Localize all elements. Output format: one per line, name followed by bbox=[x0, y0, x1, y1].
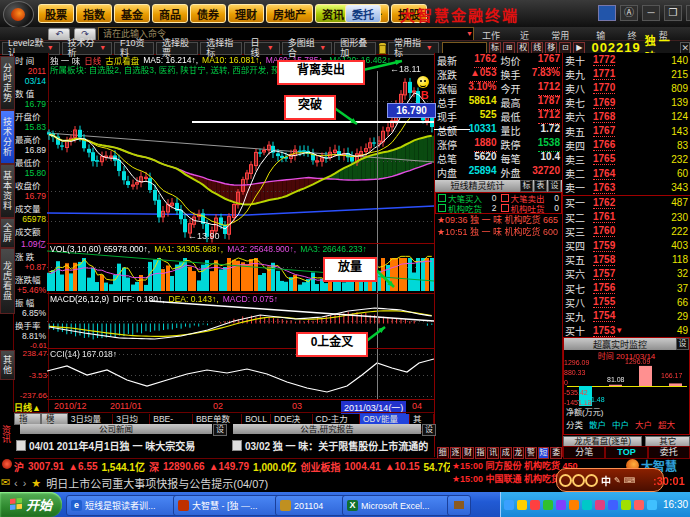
prev-message-icon[interactable]: ‹ bbox=[14, 477, 18, 489]
mail-icon[interactable]: ✉ bbox=[1, 476, 10, 489]
quote-label: 涨幅 bbox=[437, 81, 457, 96]
tab-短[interactable]: 短 bbox=[538, 447, 550, 459]
message-bar[interactable]: ‹›★明日上市公司重大事项快报与公告提示(04/07) bbox=[14, 475, 534, 491]
chevron-down-icon: ▼ bbox=[47, 43, 54, 53]
news-settings-button[interactable]: 设 bbox=[422, 424, 436, 436]
tab-委[interactable]: 委 bbox=[550, 447, 562, 459]
level-volume: 37 bbox=[615, 283, 688, 294]
broker-button[interactable]: 委托 bbox=[345, 4, 381, 23]
quote-value: 1787 bbox=[538, 95, 560, 110]
pen-icon[interactable]: ✎ bbox=[614, 476, 621, 485]
tray-icon[interactable] bbox=[543, 500, 553, 510]
left-tab-龙虎看盘[interactable]: 龙虎看盘 bbox=[0, 248, 15, 314]
level-price: 1760 bbox=[593, 225, 615, 237]
keyboard-icon[interactable]: ⌨ bbox=[624, 476, 636, 485]
tray-icon[interactable] bbox=[556, 500, 566, 510]
quote-row: 涨停1880跌停1538 bbox=[435, 138, 562, 152]
chevron-down-icon[interactable]: ▼ bbox=[466, 28, 473, 40]
task-button-短线是银读者训...[interactable]: e短线是银读者训... bbox=[66, 495, 180, 516]
checkbox-icon[interactable] bbox=[501, 194, 509, 202]
monitor-settings-button[interactable]: 设 bbox=[676, 338, 689, 350]
left-tab-技术分析[interactable]: 技术分析 bbox=[0, 110, 15, 164]
indicator-tab-其他[interactable]: 其他 bbox=[410, 414, 434, 424]
menu-债券[interactable]: 债券 bbox=[190, 4, 226, 23]
tray-icon[interactable] bbox=[647, 500, 657, 510]
left-tab-全屏[interactable]: 全屏 bbox=[0, 218, 15, 248]
tab-逐[interactable]: 逐 bbox=[450, 447, 462, 459]
app-logo-icon[interactable] bbox=[3, 1, 34, 28]
news-settings-button[interactable]: 设 bbox=[213, 424, 227, 436]
task-button-201104[interactable]: 201104 bbox=[275, 495, 349, 516]
tray-icon[interactable] bbox=[595, 500, 605, 510]
tab-讯[interactable]: 讯 bbox=[487, 447, 499, 459]
news-item[interactable]: 04/01 2011年4月1日独 一 味大宗交易 bbox=[16, 438, 226, 453]
tray-icon[interactable] bbox=[530, 500, 540, 510]
indicator-tab-CD-主力资[interactable]: CD-主力资 bbox=[313, 414, 360, 424]
menu-房地产[interactable]: 房地产 bbox=[266, 4, 313, 23]
tab-警[interactable]: 警 bbox=[525, 447, 537, 459]
task-button-misc[interactable] bbox=[447, 495, 471, 516]
chart-sector-line: 所属板块: 自选股2, 自选股3, 医药, 陕甘宁, 送转, 西部开发, 预盈 bbox=[50, 63, 288, 75]
autoupdate-icon[interactable]: Ⓐ bbox=[620, 5, 638, 21]
restore-button[interactable]: ❐ bbox=[664, 5, 682, 21]
indicator-tab-DDE决策[interactable]: DDE决策 bbox=[271, 414, 313, 424]
tab-成[interactable]: 成 bbox=[500, 447, 512, 459]
indicator-tab-3日均量线[interactable]: 3日均量线 bbox=[68, 414, 113, 424]
shortline-button-标[interactable]: 标 bbox=[520, 180, 533, 192]
tray-icon[interactable] bbox=[634, 500, 644, 510]
quote-value: 32720 bbox=[532, 165, 560, 180]
tab-龙[interactable]: 龙 bbox=[513, 447, 525, 459]
tab-指[interactable]: 指 bbox=[475, 447, 487, 459]
left-tab-分时走势[interactable]: 分时走势 bbox=[0, 56, 15, 110]
tab-财[interactable]: 财 bbox=[462, 447, 474, 459]
indicator-tab-BBE-KDJ[interactable]: BBE-KDJ bbox=[150, 414, 193, 424]
task-button-Microsoft Excel...[interactable]: XMicrosoft Excel... bbox=[342, 495, 452, 516]
close-chart-icon[interactable]: ✕ bbox=[680, 42, 690, 54]
menu-理财[interactable]: 理财 bbox=[228, 4, 264, 23]
checkbox-icon[interactable] bbox=[501, 204, 509, 212]
menu-股票[interactable]: 股票 bbox=[38, 4, 74, 23]
news-bar-announcements[interactable]: 公告,研究报告 bbox=[233, 424, 421, 434]
cci-scale-low: -237.66 bbox=[20, 391, 47, 400]
menu-指数[interactable]: 指数 bbox=[76, 4, 112, 23]
tray-icon[interactable] bbox=[621, 500, 631, 510]
checkbox-icon[interactable] bbox=[438, 204, 446, 212]
tray-icon[interactable] bbox=[517, 500, 527, 510]
tray-icon[interactable] bbox=[608, 500, 618, 510]
monitor-icon[interactable] bbox=[598, 5, 616, 21]
news-bar-company[interactable]: 公司新闻 bbox=[20, 424, 212, 434]
shortline-button-设[interactable]: 设 bbox=[548, 180, 561, 192]
left-tab-其他[interactable]: 其他 bbox=[0, 350, 15, 380]
minimize-button[interactable]: ─ bbox=[642, 5, 660, 21]
indicator-tab-3日均线[interactable]: 3日均线 bbox=[113, 414, 150, 424]
ime-toolbar[interactable]: 中✎⌨ bbox=[556, 468, 664, 492]
left-tab-基本资料[interactable]: 基本资料 bbox=[0, 164, 15, 218]
header-segment: MA1: 34305.668↑, bbox=[154, 244, 223, 254]
indicator-tab-BBE单数比[interactable]: BBE单数比 bbox=[193, 414, 242, 424]
indicator-button-指标[interactable]: 指标 bbox=[14, 413, 41, 425]
news-item[interactable]: 03/02 独 一 味：关于限售股份上市流通的 bbox=[232, 438, 437, 453]
menu-基金[interactable]: 基金 bbox=[114, 4, 150, 23]
ime-mode-label[interactable]: 中 bbox=[601, 473, 611, 488]
quote-value: 1712 bbox=[538, 109, 560, 124]
chevron-down-icon: ▼ bbox=[319, 43, 326, 53]
shortline-button-表[interactable]: 表 bbox=[534, 180, 547, 192]
tray-icon[interactable] bbox=[504, 500, 514, 510]
index-ticker-bar[interactable]: 沪3007.91▲6.551,544.1亿深12890.66▲149.791,0… bbox=[14, 458, 450, 473]
indicator-tab-BOLL[interactable]: BOLL bbox=[242, 414, 271, 424]
checkbox-icon[interactable] bbox=[438, 194, 446, 202]
menu-商品[interactable]: 商品 bbox=[152, 4, 188, 23]
tab-分笔[interactable]: 分笔 bbox=[563, 446, 605, 459]
close-button[interactable]: ✕ bbox=[686, 5, 690, 21]
next-message-icon[interactable]: › bbox=[23, 477, 27, 489]
task-button-大智慧 - [独 —...[interactable]: 大智慧 - [独 —... bbox=[173, 495, 282, 516]
indicator-tab-OBV能量潮[interactable]: OBV能量潮 bbox=[360, 414, 410, 424]
quote-label: 外盘 bbox=[501, 165, 521, 180]
quote-row: 总额10331量比1.72 bbox=[435, 123, 562, 137]
tray-icon[interactable] bbox=[569, 500, 579, 510]
news-side-tab[interactable]: 资讯 bbox=[0, 412, 13, 456]
start-button[interactable]: 开始 bbox=[0, 492, 62, 517]
orderbook-row: 买六175732 bbox=[563, 267, 690, 281]
indicator-button-模板[interactable]: 模板 bbox=[41, 413, 68, 425]
tray-icon[interactable] bbox=[582, 500, 592, 510]
